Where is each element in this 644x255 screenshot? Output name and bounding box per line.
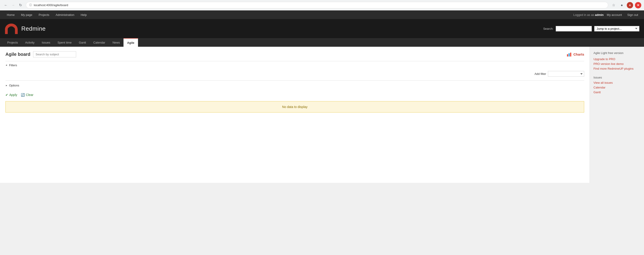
nav-projects[interactable]: Projects [36, 11, 52, 19]
sidebar-issues-title: Issues [594, 76, 640, 79]
options-section: ► Options [6, 82, 584, 89]
header-logo: Redmine [4, 23, 46, 35]
nav-administration[interactable]: Administration [52, 11, 78, 19]
app-title: Redmine [21, 25, 46, 32]
header-search: Search: Jump to a project... [543, 26, 640, 32]
subnav-spent-time[interactable]: Spent time [54, 38, 75, 47]
content-area: Agile board Charts ▼ Filters [0, 47, 590, 183]
options-label: Options [9, 84, 19, 87]
subnav-gantt[interactable]: Gantt [75, 38, 90, 47]
subnav-news[interactable]: News [109, 38, 124, 47]
profile-avatar[interactable]: A [627, 2, 633, 9]
divider-mid [6, 80, 584, 81]
clear-button[interactable]: 🔄 Clear [21, 93, 33, 97]
apply-icon: ✔ [6, 93, 8, 97]
top-nav-left: Home My page Projects Administration Hel… [4, 11, 90, 19]
sidebar-section-title: Agile Light free version [594, 51, 640, 55]
search-label: Search: [543, 27, 553, 30]
no-data-text: No data to display [282, 105, 308, 109]
star-button[interactable]: ☆ [610, 2, 617, 9]
forward-button[interactable]: → [10, 2, 16, 9]
subnav-agile[interactable]: Agile [124, 38, 138, 47]
svg-rect-0 [567, 54, 568, 57]
sub-nav: Projects Activity Issues Spent time Gant… [0, 38, 644, 47]
sidebar-upgrade-pro[interactable]: Upgrade to PRO [594, 57, 640, 61]
subnav-projects[interactable]: Projects [4, 38, 22, 47]
divider-top [6, 61, 584, 61]
clear-label: Clear [26, 93, 33, 97]
close-button[interactable]: ✕ [635, 2, 641, 9]
svg-rect-1 [568, 53, 570, 57]
subnav-calendar[interactable]: Calendar [90, 38, 109, 47]
search-subject-input[interactable] [33, 51, 76, 57]
action-buttons: ✔ Apply 🔄 Clear [6, 91, 584, 98]
sidebar-calendar[interactable]: Calendar [594, 86, 640, 89]
address-bar[interactable]: ⓘ localhost:4000/agile/board [26, 2, 608, 9]
browser-chrome: ← → ↻ ⓘ localhost:4000/agile/board ☆ ● A… [0, 0, 644, 11]
filters-section: ▼ Filters Add filter [6, 61, 584, 81]
no-data-banner: No data to display [6, 101, 584, 113]
sidebar-more-plugins[interactable]: Find more RedmineUP plugins [594, 67, 640, 70]
add-filter-select[interactable] [548, 71, 584, 77]
sidebar-pro-demo[interactable]: PRO version live demo [594, 62, 640, 66]
filters-arrow-icon: ▼ [5, 64, 8, 67]
search-input[interactable] [556, 26, 592, 32]
apply-button[interactable]: ✔ Apply [6, 93, 17, 97]
lock-icon: ⓘ [29, 3, 32, 7]
top-nav: Home My page Projects Administration Hel… [0, 11, 644, 19]
subnav-activity[interactable]: Activity [22, 38, 38, 47]
my-account-link[interactable]: My account [604, 13, 624, 17]
top-nav-right: Logged in as as admin My account Sign ou… [573, 13, 640, 17]
reload-button[interactable]: ↻ [17, 2, 24, 9]
add-filter-row: Add filter [6, 70, 584, 78]
options-toggle[interactable]: ► Options [6, 82, 584, 89]
sidebar-view-all-issues[interactable]: View all issues [594, 81, 640, 84]
nav-help[interactable]: Help [78, 11, 90, 19]
logged-in-text: Logged in as as admin [573, 13, 604, 17]
back-button[interactable]: ← [3, 2, 9, 9]
board-title: Agile board [6, 52, 30, 57]
sidebar: Agile Light free version Upgrade to PRO … [590, 47, 644, 183]
jump-to-project-select[interactable]: Jump to a project... [594, 26, 640, 32]
board-title-row: Agile board [6, 51, 76, 57]
clear-icon: 🔄 [21, 93, 25, 97]
filter-content: Add filter [6, 68, 584, 79]
sidebar-gantt[interactable]: Gantt [594, 91, 640, 94]
nav-my-page[interactable]: My page [18, 11, 36, 19]
subnav-issues[interactable]: Issues [38, 38, 54, 47]
filters-toggle[interactable]: ▼ Filters [6, 62, 584, 68]
sidebar-links: Upgrade to PRO PRO version live demo Fin… [594, 57, 640, 70]
sign-out-link[interactable]: Sign out [625, 13, 640, 17]
filters-label: Filters [9, 64, 17, 67]
browser-actions: ☆ ● A ✕ [610, 2, 641, 9]
extension-button[interactable]: ● [618, 2, 625, 9]
app-header: Redmine Search: Jump to a project... [0, 19, 644, 38]
nav-home[interactable]: Home [4, 11, 18, 19]
main-container: Agile board Charts ▼ Filters [0, 47, 644, 183]
sidebar-issues-links: View all issues Calendar Gantt [594, 81, 640, 94]
charts-button[interactable]: Charts [567, 52, 584, 57]
browser-nav-buttons: ← → ↻ [3, 2, 24, 9]
svg-rect-2 [570, 53, 571, 57]
options-arrow-icon: ► [6, 84, 8, 87]
url-text: localhost:4000/agile/board [34, 4, 68, 7]
charts-label: Charts [573, 52, 584, 56]
apply-label: Apply [9, 93, 17, 97]
board-header: Agile board Charts [6, 51, 584, 57]
add-filter-label: Add filter [534, 72, 546, 76]
charts-icon [567, 52, 572, 57]
redmine-logo-icon [4, 23, 18, 35]
